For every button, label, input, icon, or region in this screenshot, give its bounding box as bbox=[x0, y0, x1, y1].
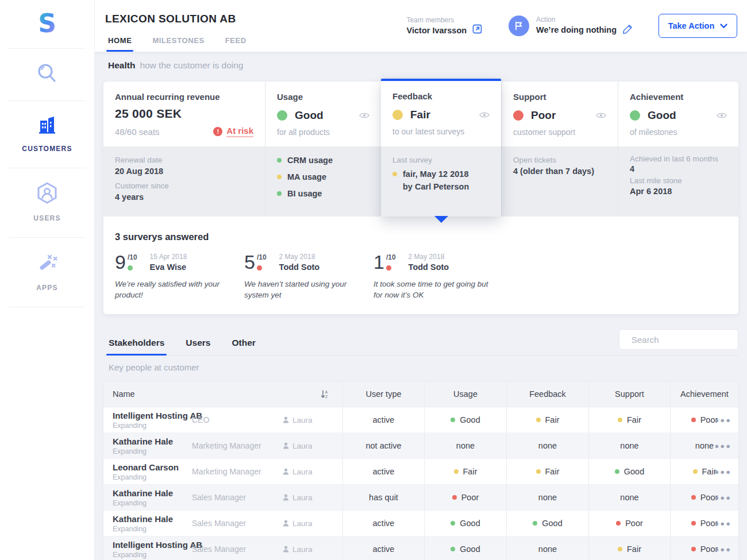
last-survey-author: by Carl Peterson bbox=[403, 182, 490, 191]
status-dot bbox=[450, 547, 455, 551]
row-menu-icon[interactable]: ●●● bbox=[714, 545, 731, 554]
user-type-cell: not active bbox=[365, 441, 401, 450]
card-annual-recurring-revenue[interactable]: Annual recurring revenue 25 000 SEK 48/6… bbox=[103, 82, 265, 217]
arr-value: 25 000 SEK bbox=[115, 107, 253, 121]
owner-name: Laura bbox=[292, 416, 313, 424]
external-link-icon[interactable] bbox=[472, 24, 482, 36]
main-content: Health how the customer is doing Annual … bbox=[95, 52, 747, 560]
status-dot bbox=[536, 418, 541, 422]
person-name: Leonard Carson bbox=[113, 462, 184, 472]
survey-dot bbox=[128, 265, 133, 271]
search-icon bbox=[35, 61, 59, 86]
status-dot bbox=[277, 175, 282, 179]
tab-milestones[interactable]: MILESTONES bbox=[152, 36, 204, 52]
column-header-user-type: User type bbox=[365, 389, 401, 399]
survey-name: Eva Wise bbox=[150, 262, 187, 272]
card-feedback-selected[interactable]: Feedback Fair to our latest surveys Last… bbox=[381, 79, 501, 217]
tab-other[interactable]: Other bbox=[232, 338, 255, 355]
card-usage[interactable]: Usage Good for all products CRM usage MA bbox=[265, 82, 381, 217]
detail-value: 20 Aug 2018 bbox=[115, 167, 253, 176]
sidebar-item-apps[interactable]: APPS bbox=[0, 238, 94, 307]
sort-az-icon[interactable]: A Z bbox=[321, 389, 330, 401]
status-dot bbox=[615, 469, 619, 474]
status-dot bbox=[513, 110, 523, 121]
table-row[interactable]: Katharine Hale Expanding Sales Manager L… bbox=[103, 485, 738, 511]
sidebar-item-users[interactable]: USERS bbox=[0, 168, 94, 237]
column-header-name: Name bbox=[113, 389, 135, 399]
card-achievement[interactable]: Achievement Good of milestones Achieved … bbox=[618, 82, 738, 217]
surveys-section: 3 surverys answered 9 /10 15 Apr 2018 Ev… bbox=[103, 217, 738, 314]
people-subtitle: Key people at customer bbox=[109, 362, 738, 372]
row-menu-icon[interactable]: ●●● bbox=[714, 442, 731, 450]
table-row[interactable]: Intelligent Hosting AB Expanding CEO Lau… bbox=[103, 407, 738, 433]
status-text: Good bbox=[295, 109, 324, 122]
person-icon bbox=[283, 416, 289, 423]
sidebar-item-customers[interactable]: CUSTOMERS bbox=[0, 101, 94, 168]
eye-icon[interactable] bbox=[596, 112, 606, 119]
row-menu-icon[interactable]: ●●● bbox=[714, 493, 731, 502]
status-dot bbox=[618, 547, 622, 551]
user-type-cell: has quit bbox=[369, 493, 398, 502]
person-name: Intelligent Hosting AB bbox=[113, 411, 184, 420]
survey-date: 2 May 2018 bbox=[279, 253, 320, 261]
apps-icon bbox=[34, 250, 60, 276]
status-dot bbox=[450, 521, 455, 526]
status-dot bbox=[277, 110, 287, 121]
feedback-cell: none bbox=[538, 441, 557, 450]
detail-label: Last survey bbox=[392, 156, 490, 164]
page-title: LEXICON SOLUTION AB bbox=[105, 13, 236, 25]
sidebar-item-search[interactable] bbox=[0, 49, 94, 101]
survey-max: /10 bbox=[386, 253, 396, 261]
survey-max: /10 bbox=[257, 253, 267, 261]
survey-quote: We’re really satisfied with your product… bbox=[115, 279, 237, 301]
person-tag: Expanding bbox=[113, 422, 184, 430]
search-input[interactable] bbox=[632, 335, 746, 345]
person-icon bbox=[283, 546, 289, 553]
person-owner: Laura bbox=[283, 519, 313, 528]
row-menu-icon[interactable]: ●●● bbox=[714, 519, 731, 528]
table-row[interactable]: Leonard Carson Expanding Marketing Manag… bbox=[103, 459, 738, 485]
page-header: LEXICON SOLUTION AB HOME MILESTONES FEED… bbox=[95, 0, 747, 52]
edit-pencil-icon[interactable] bbox=[622, 24, 633, 37]
table-row[interactable]: Intelligent Hosting AB Expanding Sales M… bbox=[103, 536, 738, 560]
survey-dot bbox=[257, 265, 262, 271]
achievement-cell: none bbox=[695, 441, 714, 450]
eye-icon[interactable] bbox=[479, 111, 490, 118]
row-menu-icon[interactable]: ●●● bbox=[714, 416, 731, 424]
table-row[interactable]: Katharine Hale Expanding Sales Manager L… bbox=[103, 511, 738, 536]
arr-seats: 48/60 seats bbox=[115, 127, 160, 137]
person-role: Sales Manager bbox=[192, 519, 246, 528]
logo-s: S bbox=[32, 8, 62, 38]
status-dot bbox=[536, 469, 541, 474]
status-dot bbox=[693, 469, 698, 474]
usage-cell: Fair bbox=[463, 467, 478, 476]
owner-name: Laura bbox=[292, 545, 313, 554]
support-cell: Good bbox=[624, 467, 644, 476]
survey-item: 1 /10 2 May 2018 Todd Soto It took some … bbox=[374, 253, 503, 301]
survey-date: 2 May 2018 bbox=[409, 253, 449, 261]
card-support[interactable]: Support Poor customer support Open ticke… bbox=[501, 82, 618, 217]
eye-icon[interactable] bbox=[717, 112, 727, 119]
tab-home[interactable]: HOME bbox=[108, 36, 132, 52]
app-logo[interactable]: S bbox=[0, 0, 94, 48]
status-dot bbox=[691, 521, 696, 526]
tab-users[interactable]: Users bbox=[186, 338, 210, 355]
people-tabs: Stakeholders Users Other bbox=[109, 338, 256, 355]
at-risk-link[interactable]: ! At risk bbox=[213, 126, 253, 137]
detail-value: 4 years bbox=[115, 192, 253, 202]
row-menu-icon[interactable]: ●●● bbox=[714, 468, 731, 476]
survey-item: 5 /10 2 May 2018 Todd Soto We haven’t st… bbox=[244, 253, 374, 301]
tab-feed[interactable]: FEED bbox=[225, 36, 247, 52]
status-dot bbox=[533, 521, 537, 526]
status-dot bbox=[454, 469, 459, 474]
card-subtitle: to our latest surveys bbox=[392, 127, 490, 136]
action-group: Action We’re doing nothing bbox=[509, 16, 633, 37]
table-row[interactable]: Katharine Hale Expanding Marketing Manag… bbox=[103, 433, 738, 459]
tab-stakeholders[interactable]: Stakeholders bbox=[109, 338, 164, 355]
survey-name: Todd Soto bbox=[409, 262, 449, 272]
table-body: Intelligent Hosting AB Expanding CEO Lau… bbox=[103, 407, 738, 560]
card-title: Support bbox=[513, 92, 606, 102]
eye-icon[interactable] bbox=[359, 112, 369, 119]
take-action-button[interactable]: Take Action bbox=[659, 14, 737, 38]
stakeholders-table: Name A Z User type Usage Feedback Suppor… bbox=[103, 381, 738, 560]
